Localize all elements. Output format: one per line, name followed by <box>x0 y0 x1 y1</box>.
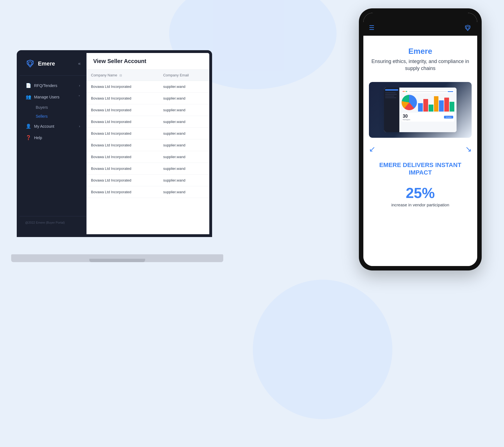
sidebar-footer: @2022 Emere (Buyer Portal) <box>20 216 86 229</box>
mini-bar-item <box>423 99 428 112</box>
cell-company-email: supplier.wand <box>159 93 209 104</box>
phone-impact-section: EMERE DELIVERS INSTANT IMPACT 25% increa… <box>363 156 477 213</box>
cell-company-name: Bovawa Ltd Incorporated <box>87 81 159 93</box>
table-row[interactable]: Bovawa Ltd Incorporated supplier.wand <box>87 104 209 116</box>
phone-logo-area <box>464 24 472 32</box>
arrow-left-icon: ↙ <box>369 144 375 154</box>
laptop-device: Emere « 📄 RFQ/Tenders › 👥 Manage Users ˅ <box>17 50 218 262</box>
mini-bar-item <box>434 96 439 112</box>
cell-company-email: supplier.wand <box>159 104 209 116</box>
laptop-base <box>11 254 223 262</box>
phone-notch <box>406 15 434 21</box>
mini-bar-item <box>439 100 444 112</box>
cell-company-email: supplier.wand <box>159 139 209 151</box>
cell-company-name: Bovawa Ltd Incorporated <box>87 128 159 139</box>
table-row[interactable]: Bovawa Ltd Incorporated supplier.wand <box>87 128 209 139</box>
my-account-chevron-icon: › <box>79 124 80 128</box>
table-row[interactable]: Bovawa Ltd Incorporated supplier.wand <box>87 81 209 93</box>
phone-logo-icon <box>464 24 472 32</box>
mini-stats: 30 Rating/pts Schedule <box>402 113 454 122</box>
mini-schedule-button[interactable]: Schedule <box>444 116 453 119</box>
table-body: Bovawa Ltd Incorporated supplier.wand Bo… <box>87 81 209 198</box>
table-row[interactable]: Bovawa Ltd Incorporated supplier.wand <box>87 163 209 175</box>
help-icon: ❓ <box>26 135 31 140</box>
mini-stat-label: Rating/pts <box>403 119 410 120</box>
table-row[interactable]: Bovawa Ltd Incorporated supplier.wand <box>87 93 209 104</box>
manage-users-chevron-icon: ˅ <box>78 95 80 99</box>
sidebar-item-manage-users[interactable]: 👥 Manage Users ˅ <box>23 91 83 102</box>
phone-stat-label: increase in vendor participation <box>370 202 471 207</box>
cell-company-email: supplier.wand <box>159 175 209 186</box>
hamburger-menu-icon[interactable]: ☰ <box>369 24 375 32</box>
sidebar-sub-item-buyers[interactable]: Buyers <box>33 103 83 112</box>
mini-sidebar <box>384 88 399 132</box>
table-row[interactable]: Bovawa Ltd Incorporated supplier.wand <box>87 139 209 151</box>
rfq-icon: 📄 <box>26 83 31 88</box>
mini-chart-area <box>402 95 454 112</box>
cell-company-email: supplier.wand <box>159 151 209 163</box>
sidebar-item-my-account-label: My Account <box>34 124 54 129</box>
cell-company-name: Bovawa Ltd Incorporated <box>87 163 159 175</box>
sidebar-sub-item-sellers[interactable]: Sellers <box>33 112 83 121</box>
sellers-table: Company Name ⊟ Company Email Bovawa Ltd … <box>87 70 209 198</box>
sidebar-item-rfq[interactable]: 📄 RFQ/Tenders › <box>23 80 83 91</box>
cell-company-email: supplier.wand <box>159 163 209 175</box>
sidebar-brand: Emere « <box>20 59 86 76</box>
my-account-icon: 👤 <box>26 124 31 129</box>
mini-bar-item <box>418 103 423 112</box>
phone-screen: ☰ <box>363 13 477 266</box>
table-row[interactable]: Bovawa Ltd Incorporated supplier.wand <box>87 175 209 186</box>
manage-users-icon: 👥 <box>26 94 31 100</box>
cell-company-email: supplier.wand <box>159 116 209 128</box>
table-header-row: Company Name ⊟ Company Email <box>87 70 209 81</box>
cell-company-name: Bovawa Ltd Incorporated <box>87 93 159 104</box>
phone-stat-number: 25% <box>370 185 471 201</box>
column-header-company-name[interactable]: Company Name ⊟ <box>87 70 159 81</box>
table-row[interactable]: Bovawa Ltd Incorporated supplier.wand <box>87 116 209 128</box>
table-row[interactable]: Bovawa Ltd Incorporated supplier.wand <box>87 151 209 163</box>
phone-screen-preview: 30 Rating/pts Schedule <box>369 82 472 138</box>
cell-company-name: Bovawa Ltd Incorporated <box>87 139 159 151</box>
page-title: View Seller Account <box>93 58 203 64</box>
mini-main: 30 Rating/pts Schedule <box>399 88 457 132</box>
cell-company-name: Bovawa Ltd Incorporated <box>87 151 159 163</box>
cell-company-name: Bovawa Ltd Incorporated <box>87 104 159 116</box>
main-header: View Seller Account <box>87 53 209 70</box>
phone-stat: 25% increase in vendor participation <box>370 182 471 210</box>
mini-bar-item <box>444 98 449 112</box>
table-container[interactable]: Company Name ⊟ Company Email Bovawa Ltd … <box>87 70 209 234</box>
decoration-row: ↙ ↘ <box>363 142 477 156</box>
cell-company-email: supplier.wand <box>159 128 209 139</box>
sidebar-item-my-account[interactable]: 👤 My Account › <box>23 121 83 132</box>
sidebar-collapse-button[interactable]: « <box>78 61 81 66</box>
sidebar-item-rfq-label: RFQ/Tenders <box>34 83 57 88</box>
cell-company-email: supplier.wand <box>159 81 209 93</box>
screen-preview-inner: 30 Rating/pts Schedule <box>369 82 472 138</box>
filter-icon[interactable]: ⊟ <box>119 74 122 77</box>
mini-dashboard: 30 Rating/pts Schedule <box>384 88 457 132</box>
cell-company-name: Bovawa Ltd Incorporated <box>87 186 159 198</box>
scene: Emere « 📄 RFQ/Tenders › 👥 Manage Users ˅ <box>0 0 504 447</box>
phone-scrollable-body[interactable]: Emere Ensuring ethics, integrity, and co… <box>363 36 477 266</box>
sidebar-item-manage-users-label: Manage Users <box>34 95 59 99</box>
laptop-screen: Emere « 📄 RFQ/Tenders › 👥 Manage Users ˅ <box>17 50 212 237</box>
company-email-label: Company Email <box>163 73 189 77</box>
column-header-company-email[interactable]: Company Email <box>159 70 209 81</box>
phone-body: ☰ <box>359 8 482 270</box>
phone-hero-title: Emere <box>370 47 471 56</box>
table-row[interactable]: Bovawa Ltd Incorporated supplier.wand <box>87 186 209 198</box>
arrow-right-icon: ↘ <box>465 144 472 154</box>
phone-notch-bar <box>363 13 477 22</box>
mini-bar-item <box>450 102 454 112</box>
main-content: View Seller Account Company Name ⊟ Com <box>87 53 209 234</box>
sidebar-item-help[interactable]: ❓ Help <box>23 132 83 143</box>
emere-logo-icon <box>25 59 35 69</box>
phone-device: ☰ <box>359 8 482 270</box>
phone-hero-subtitle: Ensuring ethics, integrity, and complian… <box>370 58 471 72</box>
company-name-label: Company Name <box>91 73 117 77</box>
mini-pie-chart <box>402 95 417 110</box>
sidebar-nav: 📄 RFQ/Tenders › 👥 Manage Users ˅ Buyers … <box>20 80 86 216</box>
cell-company-email: supplier.wand <box>159 186 209 198</box>
manage-users-sub-nav: Buyers Sellers <box>23 103 83 121</box>
phone-header: ☰ <box>363 22 477 36</box>
